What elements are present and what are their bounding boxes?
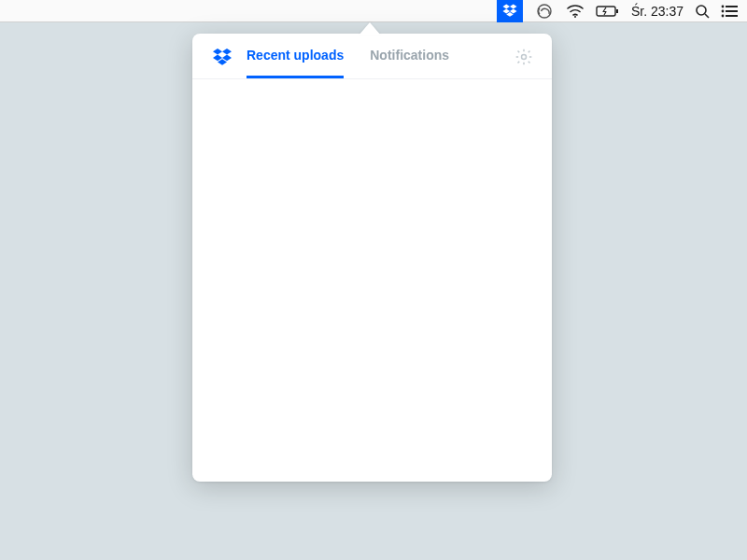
menubar-clock[interactable]: Śr. 23:37 [631,0,684,22]
creative-cloud-icon[interactable] [534,0,555,22]
svg-point-1 [574,16,576,18]
spotlight-search-icon[interactable] [695,0,710,22]
svg-point-6 [722,5,725,7]
settings-gear-icon[interactable] [514,48,533,66]
dropbox-logo-icon [211,47,233,69]
svg-rect-3 [616,9,618,13]
battery-charging-icon[interactable] [596,0,620,22]
svg-point-8 [722,9,725,12]
svg-point-12 [522,55,527,60]
popover-header: Recent uploads Notifications [192,34,552,79]
svg-rect-7 [726,6,738,7]
svg-point-4 [697,6,706,15]
wifi-icon[interactable] [566,0,585,22]
svg-rect-9 [726,10,738,12]
macos-menubar: Śr. 23:37 [0,0,747,22]
tab-recent-uploads[interactable]: Recent uploads [247,48,344,78]
svg-line-5 [705,14,709,18]
svg-point-10 [722,14,725,17]
svg-rect-11 [726,15,738,17]
popover-panel: Recent uploads Notifications [192,34,552,482]
dropbox-popover: Recent uploads Notifications [192,22,552,482]
popover-arrow [359,22,381,35]
notification-center-icon[interactable] [721,0,738,22]
dropbox-tray-icon[interactable] [497,0,523,22]
popover-body-empty [192,79,552,482]
popover-tabs: Recent uploads Notifications [247,48,501,77]
tab-notifications[interactable]: Notifications [370,48,449,78]
